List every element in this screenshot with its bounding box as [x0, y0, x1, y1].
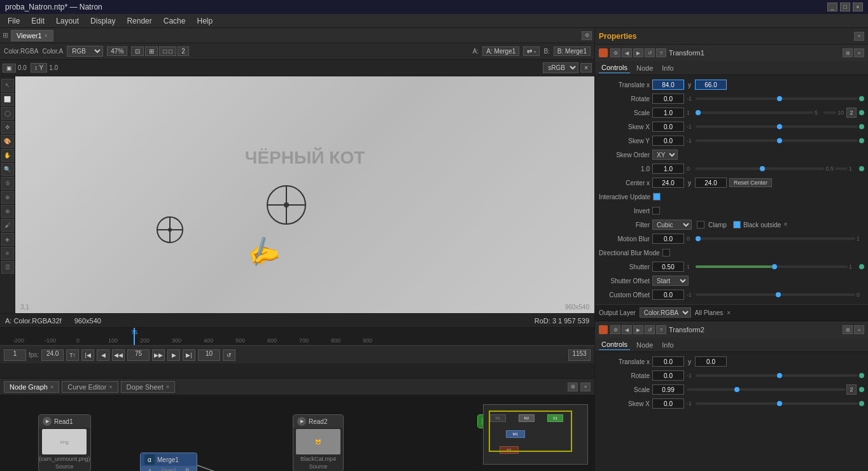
t1-float-btn[interactable]: ⊞ — [843, 48, 853, 57]
interactive-update-checkbox[interactable] — [653, 193, 661, 200]
shutter-input[interactable] — [652, 262, 684, 272]
t2-rotate-input[interactable] — [652, 370, 684, 381]
motion-blur-input[interactable] — [652, 234, 684, 244]
motion-blur-slider[interactable]: 0 1 — [687, 236, 864, 242]
tool-10[interactable]: ☰ — [1, 261, 14, 274]
scale-slider[interactable]: 1 5 10 2 — [687, 108, 857, 118]
tool-color[interactable]: 🎨 — [1, 135, 14, 148]
input-compare-btn[interactable]: ⇄ - — [523, 46, 540, 56]
input-a-select[interactable]: A: Merge1 — [482, 46, 519, 56]
next-frame-btn[interactable]: ▶ — [167, 349, 180, 361]
t2-skew-x-slider[interactable]: -1 — [687, 400, 864, 407]
all-planes-close[interactable]: × — [727, 309, 731, 316]
menu-edit[interactable]: Edit — [26, 15, 50, 27]
prev-key-btn[interactable]: |◀ — [81, 349, 94, 361]
tab-curve-editor-close[interactable]: × — [109, 384, 112, 390]
tool-rect[interactable]: ⬜ — [1, 93, 14, 106]
window-controls[interactable]: _ □ × — [827, 3, 863, 11]
tool-6[interactable]: ⊕ — [1, 191, 14, 204]
amount-input[interactable] — [652, 164, 684, 174]
t1-settings-btn[interactable]: ⚙ — [610, 48, 620, 57]
t1-prev-btn[interactable]: ◀ — [622, 48, 632, 57]
play-fwd-btn[interactable]: ▶▶ — [152, 349, 165, 361]
viewer-tab[interactable]: Viewer1 × — [11, 30, 53, 41]
menu-display[interactable]: Display — [85, 15, 120, 27]
black-outside-x[interactable]: × — [783, 221, 791, 228]
mip-btn[interactable]: 2 — [178, 46, 189, 56]
reset-center-btn[interactable]: Reset Center — [729, 178, 772, 187]
menu-render[interactable]: Render — [122, 15, 157, 27]
t1-info-btn[interactable]: ? — [656, 48, 666, 57]
interp-btn[interactable]: T↑ — [66, 349, 79, 361]
t1-tab-node[interactable]: Node — [634, 63, 655, 73]
clamp-checkbox[interactable] — [697, 221, 704, 228]
tool-9[interactable]: ≡ — [1, 247, 14, 260]
fps-input[interactable]: 24.0 — [41, 349, 64, 361]
fit-btn[interactable]: ⊡ — [131, 46, 144, 56]
t2-info-btn[interactable]: ? — [656, 325, 666, 334]
tool-circle[interactable]: ◯ — [1, 107, 14, 120]
amount-slider[interactable]: 0 0.5 1 — [687, 165, 857, 172]
node-graph-settings-btn[interactable]: ⊞ — [568, 383, 578, 391]
tool-hand[interactable]: ✋ — [1, 149, 14, 162]
t2-undo-btn[interactable]: ↺ — [645, 325, 655, 334]
tab-node-graph-close[interactable]: × — [50, 384, 53, 390]
rotate-input[interactable] — [652, 94, 684, 104]
t2-tab-info[interactable]: Info — [659, 340, 676, 350]
rotate-slider[interactable]: -1 — [687, 95, 864, 102]
directional-blur-checkbox[interactable] — [662, 249, 670, 257]
viewer-canvas[interactable]: ЧЁРНЫЙ КОТ — [15, 76, 594, 313]
output-layer-select[interactable]: Color.RGBA — [640, 307, 691, 318]
scale-num-btn[interactable]: 2 — [846, 108, 857, 118]
t2-prev-btn[interactable]: ◀ — [622, 325, 632, 334]
t2-scale-slider[interactable]: 2 — [687, 384, 857, 395]
black-outside-checkbox[interactable] — [733, 221, 741, 228]
colorspace-close-btn[interactable]: × — [580, 63, 592, 73]
tab-curve-editor[interactable]: Curve Editor × — [62, 381, 118, 393]
t2-next-btn[interactable]: ▶ — [633, 325, 643, 334]
prev-frame-btn[interactable]: ◀ — [97, 349, 109, 361]
node-read1[interactable]: ▶ Read1 img (cam_unmount.png) Source — [38, 414, 91, 471]
center-y-input[interactable] — [695, 178, 727, 188]
invert-checkbox[interactable] — [652, 207, 660, 214]
channel-btn[interactable]: □ □ — [159, 46, 176, 56]
t2-translate-x-input[interactable] — [652, 356, 684, 367]
node-graph-canvas[interactable]: ▶ Read1 img (cam_unmount.png) Source ▶ R… — [0, 395, 594, 471]
tab-node-graph[interactable]: Node Graph × — [4, 381, 59, 393]
tool-move[interactable]: ✥ — [1, 121, 14, 134]
t2-close-btn[interactable]: × — [854, 325, 864, 334]
tab-dope-sheet-close[interactable]: × — [166, 384, 169, 390]
tab-dope-sheet[interactable]: Dope Sheet × — [121, 381, 175, 393]
current-frame-input[interactable]: 75 — [127, 349, 150, 361]
skew-x-input[interactable] — [652, 122, 684, 132]
node-merge1[interactable]: α Merge1 A (over) B — [140, 453, 197, 471]
menu-layout[interactable]: Layout — [51, 15, 84, 27]
timeline-playhead[interactable] — [134, 328, 135, 345]
maximize-btn[interactable]: □ — [840, 3, 850, 11]
t2-scale-num-btn[interactable]: 2 — [846, 384, 857, 395]
t1-undo-btn[interactable]: ↺ — [645, 48, 655, 57]
menu-help[interactable]: Help — [192, 15, 218, 27]
t2-rotate-slider[interactable]: -1 — [687, 372, 864, 379]
t1-tab-controls[interactable]: Controls — [599, 62, 630, 73]
input-b-select[interactable]: B: Merge1 — [554, 46, 591, 56]
sync-btn[interactable]: ⊞ — [145, 46, 158, 56]
format-select[interactable]: RGB RGBA — [67, 46, 103, 57]
menu-file[interactable]: File — [3, 15, 25, 27]
play-back-btn[interactable]: ◀◀ — [112, 349, 125, 361]
t2-skew-x-input[interactable] — [652, 398, 684, 409]
filter-select[interactable]: Cubic Linear Nearest — [652, 220, 692, 230]
step-input[interactable]: 10 — [198, 349, 220, 361]
timeline-ruler[interactable]: -200 -100 0 100 200 300 400 500 600 700 … — [0, 328, 594, 346]
loop-btn[interactable]: ↺ — [223, 349, 235, 361]
next-key-btn[interactable]: ▶| — [183, 349, 195, 361]
t2-tab-node[interactable]: Node — [634, 340, 655, 350]
shutter-slider[interactable]: 1 1 — [687, 264, 857, 270]
t2-translate-y-input[interactable] — [695, 356, 727, 367]
t2-tab-controls[interactable]: Controls — [599, 339, 630, 350]
skew-y-slider[interactable]: -1 — [687, 137, 864, 144]
scale-input[interactable] — [652, 108, 684, 118]
zoom-btn[interactable]: 47% — [107, 46, 127, 56]
custom-offset-slider[interactable]: -1 0 — [687, 292, 864, 298]
t2-float-btn[interactable]: ⊞ — [843, 325, 853, 334]
